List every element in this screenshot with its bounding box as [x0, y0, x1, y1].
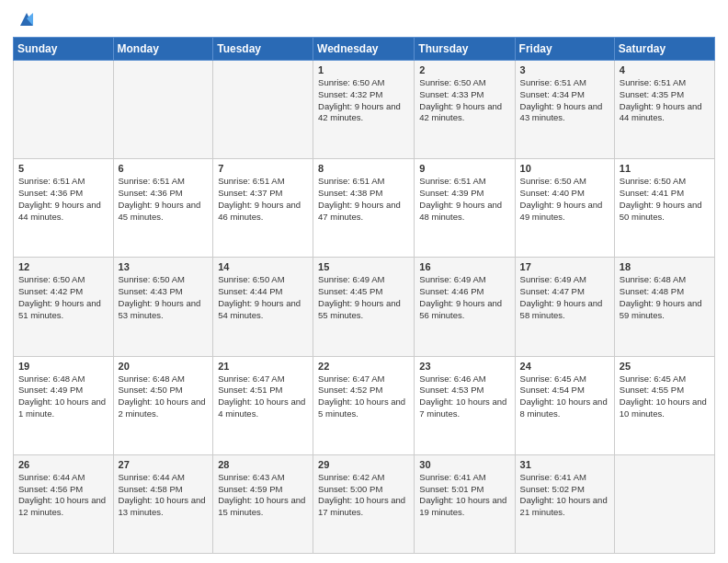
day-info: Sunrise: 6:50 AMSunset: 4:42 PMDaylight:…: [18, 274, 108, 321]
day-number: 30: [419, 459, 509, 470]
weekday-header-wednesday: Wednesday: [313, 38, 415, 61]
day-number: 29: [318, 459, 409, 470]
calendar-day-cell: 16Sunrise: 6:49 AMSunset: 4:46 PMDayligh…: [415, 258, 515, 356]
day-info: Sunrise: 6:43 AMSunset: 4:59 PMDaylight:…: [218, 472, 308, 519]
calendar-header: SundayMondayTuesdayWednesdayThursdayFrid…: [14, 38, 715, 61]
day-info: Sunrise: 6:45 AMSunset: 4:55 PMDaylight:…: [620, 373, 710, 420]
day-info: Sunrise: 6:50 AMSunset: 4:43 PMDaylight:…: [119, 274, 209, 321]
day-number: 13: [119, 261, 209, 272]
calendar-day-cell: 20Sunrise: 6:48 AMSunset: 4:50 PMDayligh…: [113, 356, 213, 454]
calendar-day-cell: 5Sunrise: 6:51 AMSunset: 4:36 PMDaylight…: [14, 159, 114, 258]
logo: [13, 9, 37, 29]
calendar-day-cell: 24Sunrise: 6:45 AMSunset: 4:54 PMDayligh…: [515, 356, 614, 454]
day-number: 7: [218, 163, 308, 174]
weekday-row: SundayMondayTuesdayWednesdayThursdayFrid…: [14, 38, 715, 61]
day-number: 18: [620, 261, 710, 272]
calendar-day-cell: 11Sunrise: 6:50 AMSunset: 4:41 PMDayligh…: [614, 159, 714, 258]
calendar-body: 1Sunrise: 6:50 AMSunset: 4:32 PMDaylight…: [14, 61, 715, 554]
day-number: 16: [419, 261, 509, 272]
day-info: Sunrise: 6:49 AMSunset: 4:46 PMDaylight:…: [419, 274, 509, 321]
day-number: 6: [119, 163, 209, 174]
day-info: Sunrise: 6:48 AMSunset: 4:50 PMDaylight:…: [119, 373, 209, 420]
day-number: 4: [620, 64, 710, 75]
calendar-day-cell: 10Sunrise: 6:50 AMSunset: 4:40 PMDayligh…: [515, 159, 614, 258]
empty-cell: [213, 61, 313, 159]
day-info: Sunrise: 6:51 AMSunset: 4:38 PMDaylight:…: [318, 176, 409, 223]
day-number: 3: [520, 64, 609, 75]
day-number: 26: [18, 459, 108, 470]
calendar-day-cell: 27Sunrise: 6:44 AMSunset: 4:58 PMDayligh…: [113, 454, 213, 553]
weekday-header-sunday: Sunday: [14, 38, 114, 61]
day-number: 28: [218, 459, 308, 470]
day-info: Sunrise: 6:50 AMSunset: 4:40 PMDaylight:…: [520, 176, 609, 223]
day-number: 25: [620, 361, 710, 372]
day-info: Sunrise: 6:46 AMSunset: 4:53 PMDaylight:…: [419, 373, 509, 420]
day-info: Sunrise: 6:48 AMSunset: 4:49 PMDaylight:…: [18, 373, 108, 420]
day-number: 11: [620, 163, 710, 174]
day-info: Sunrise: 6:49 AMSunset: 4:47 PMDaylight:…: [520, 274, 609, 321]
weekday-header-monday: Monday: [113, 38, 213, 61]
day-number: 2: [419, 64, 509, 75]
day-number: 8: [318, 163, 409, 174]
calendar-day-cell: 4Sunrise: 6:51 AMSunset: 4:35 PMDaylight…: [614, 61, 714, 159]
day-info: Sunrise: 6:50 AMSunset: 4:32 PMDaylight:…: [318, 77, 409, 124]
day-number: 9: [419, 163, 509, 174]
calendar-day-cell: 19Sunrise: 6:48 AMSunset: 4:49 PMDayligh…: [14, 356, 114, 454]
day-number: 19: [18, 361, 108, 372]
weekday-header-tuesday: Tuesday: [213, 38, 313, 61]
calendar-day-cell: 30Sunrise: 6:41 AMSunset: 5:01 PMDayligh…: [415, 454, 515, 553]
day-number: 17: [520, 261, 609, 272]
calendar-day-cell: 9Sunrise: 6:51 AMSunset: 4:39 PMDaylight…: [415, 159, 515, 258]
calendar-day-cell: 12Sunrise: 6:50 AMSunset: 4:42 PMDayligh…: [14, 258, 114, 356]
day-info: Sunrise: 6:41 AMSunset: 5:01 PMDaylight:…: [419, 472, 509, 519]
calendar-day-cell: 13Sunrise: 6:50 AMSunset: 4:43 PMDayligh…: [113, 258, 213, 356]
day-number: 20: [119, 361, 209, 372]
calendar-week-row: 19Sunrise: 6:48 AMSunset: 4:49 PMDayligh…: [14, 356, 715, 454]
day-info: Sunrise: 6:50 AMSunset: 4:33 PMDaylight:…: [419, 77, 509, 124]
calendar-day-cell: 26Sunrise: 6:44 AMSunset: 4:56 PMDayligh…: [14, 454, 114, 553]
calendar-day-cell: 25Sunrise: 6:45 AMSunset: 4:55 PMDayligh…: [614, 356, 714, 454]
calendar-day-cell: 23Sunrise: 6:46 AMSunset: 4:53 PMDayligh…: [415, 356, 515, 454]
day-info: Sunrise: 6:41 AMSunset: 5:02 PMDaylight:…: [520, 472, 609, 519]
day-info: Sunrise: 6:48 AMSunset: 4:48 PMDaylight:…: [620, 274, 710, 321]
day-number: 24: [520, 361, 609, 372]
day-info: Sunrise: 6:51 AMSunset: 4:37 PMDaylight:…: [218, 176, 308, 223]
calendar-day-cell: 31Sunrise: 6:41 AMSunset: 5:02 PMDayligh…: [515, 454, 614, 553]
calendar-week-row: 26Sunrise: 6:44 AMSunset: 4:56 PMDayligh…: [14, 454, 715, 553]
empty-cell: [14, 61, 114, 159]
calendar-day-cell: 6Sunrise: 6:51 AMSunset: 4:36 PMDaylight…: [113, 159, 213, 258]
page: SundayMondayTuesdayWednesdayThursdayFrid…: [0, 0, 728, 563]
day-info: Sunrise: 6:50 AMSunset: 4:41 PMDaylight:…: [620, 176, 710, 223]
calendar-day-cell: 1Sunrise: 6:50 AMSunset: 4:32 PMDaylight…: [313, 61, 415, 159]
calendar-week-row: 1Sunrise: 6:50 AMSunset: 4:32 PMDaylight…: [14, 61, 715, 159]
weekday-header-friday: Friday: [515, 38, 614, 61]
day-number: 14: [218, 261, 308, 272]
day-number: 27: [119, 459, 209, 470]
calendar-day-cell: 28Sunrise: 6:43 AMSunset: 4:59 PMDayligh…: [213, 454, 313, 553]
calendar-day-cell: 29Sunrise: 6:42 AMSunset: 5:00 PMDayligh…: [313, 454, 415, 553]
logo-icon: [17, 9, 37, 29]
day-info: Sunrise: 6:42 AMSunset: 5:00 PMDaylight:…: [318, 472, 409, 519]
calendar-day-cell: 22Sunrise: 6:47 AMSunset: 4:52 PMDayligh…: [313, 356, 415, 454]
day-info: Sunrise: 6:51 AMSunset: 4:39 PMDaylight:…: [419, 176, 509, 223]
calendar-week-row: 5Sunrise: 6:51 AMSunset: 4:36 PMDaylight…: [14, 159, 715, 258]
day-number: 23: [419, 361, 509, 372]
day-info: Sunrise: 6:47 AMSunset: 4:51 PMDaylight:…: [218, 373, 308, 420]
calendar-table: SundayMondayTuesdayWednesdayThursdayFrid…: [13, 37, 715, 554]
day-info: Sunrise: 6:44 AMSunset: 4:56 PMDaylight:…: [18, 472, 108, 519]
header: [13, 9, 715, 29]
day-number: 1: [318, 64, 409, 75]
day-number: 15: [318, 261, 409, 272]
day-info: Sunrise: 6:51 AMSunset: 4:36 PMDaylight:…: [119, 176, 209, 223]
calendar-week-row: 12Sunrise: 6:50 AMSunset: 4:42 PMDayligh…: [14, 258, 715, 356]
calendar-day-cell: 7Sunrise: 6:51 AMSunset: 4:37 PMDaylight…: [213, 159, 313, 258]
day-info: Sunrise: 6:44 AMSunset: 4:58 PMDaylight:…: [119, 472, 209, 519]
calendar-day-cell: 17Sunrise: 6:49 AMSunset: 4:47 PMDayligh…: [515, 258, 614, 356]
day-number: 5: [18, 163, 108, 174]
day-number: 12: [18, 261, 108, 272]
calendar-day-cell: 3Sunrise: 6:51 AMSunset: 4:34 PMDaylight…: [515, 61, 614, 159]
empty-cell: [614, 454, 714, 553]
weekday-header-saturday: Saturday: [614, 38, 714, 61]
day-info: Sunrise: 6:49 AMSunset: 4:45 PMDaylight:…: [318, 274, 409, 321]
day-info: Sunrise: 6:47 AMSunset: 4:52 PMDaylight:…: [318, 373, 409, 420]
